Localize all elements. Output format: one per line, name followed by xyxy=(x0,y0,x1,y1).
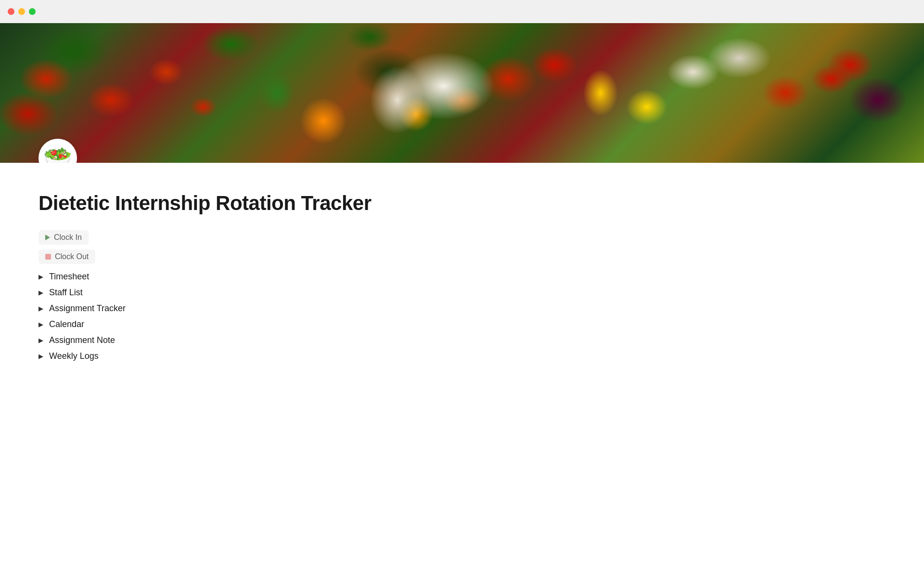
clock-in-label: Clock In xyxy=(54,233,82,242)
clock-out-icon xyxy=(45,254,51,260)
page-icon: 🥗 xyxy=(38,139,77,163)
list-item-staff-list[interactable]: ▶ Staff List xyxy=(38,285,395,301)
list-item-timesheet[interactable]: ▶ Timesheet xyxy=(38,269,395,285)
clock-in-row: Clock In xyxy=(38,230,395,245)
list-label-assignment-tracker: Assignment Tracker xyxy=(49,303,126,314)
arrow-icon-assignment-tracker: ▶ xyxy=(38,305,43,312)
clock-in-icon xyxy=(45,235,50,240)
list-label-assignment-note: Assignment Note xyxy=(49,335,115,345)
list-item-calendar[interactable]: ▶ Calendar xyxy=(38,316,395,332)
arrow-icon-weekly-logs: ▶ xyxy=(38,353,43,360)
content-area: Dietetic Internship Rotation Tracker Clo… xyxy=(0,163,433,403)
close-button[interactable] xyxy=(8,8,14,15)
minimize-button[interactable] xyxy=(18,8,25,15)
arrow-icon-assignment-note: ▶ xyxy=(38,337,43,344)
clock-out-button[interactable]: Clock Out xyxy=(38,250,95,264)
list-label-timesheet: Timesheet xyxy=(49,272,89,282)
list-item-assignment-note[interactable]: ▶ Assignment Note xyxy=(38,332,395,348)
list-item-weekly-logs[interactable]: ▶ Weekly Logs xyxy=(38,348,395,364)
title-bar xyxy=(0,0,924,23)
clock-in-button[interactable]: Clock In xyxy=(38,230,89,245)
list-label-staff-list: Staff List xyxy=(49,288,83,298)
arrow-icon-staff-list: ▶ xyxy=(38,289,43,296)
page-title: Dietetic Internship Rotation Tracker xyxy=(38,192,395,215)
clock-out-row: Clock Out xyxy=(38,250,395,264)
list-label-calendar: Calendar xyxy=(49,319,84,329)
list-item-assignment-tracker[interactable]: ▶ Assignment Tracker xyxy=(38,301,395,316)
clock-out-label: Clock Out xyxy=(55,252,89,261)
list-label-weekly-logs: Weekly Logs xyxy=(49,351,99,361)
hero-image: 🥗 xyxy=(0,23,924,163)
arrow-icon-calendar: ▶ xyxy=(38,321,43,328)
arrow-icon-timesheet: ▶ xyxy=(38,273,43,280)
page-wrapper: 🥗 Dietetic Internship Rotation Tracker C… xyxy=(0,23,924,578)
maximize-button[interactable] xyxy=(29,8,36,15)
list-section: ▶ Timesheet ▶ Staff List ▶ Assignment Tr… xyxy=(38,269,395,364)
